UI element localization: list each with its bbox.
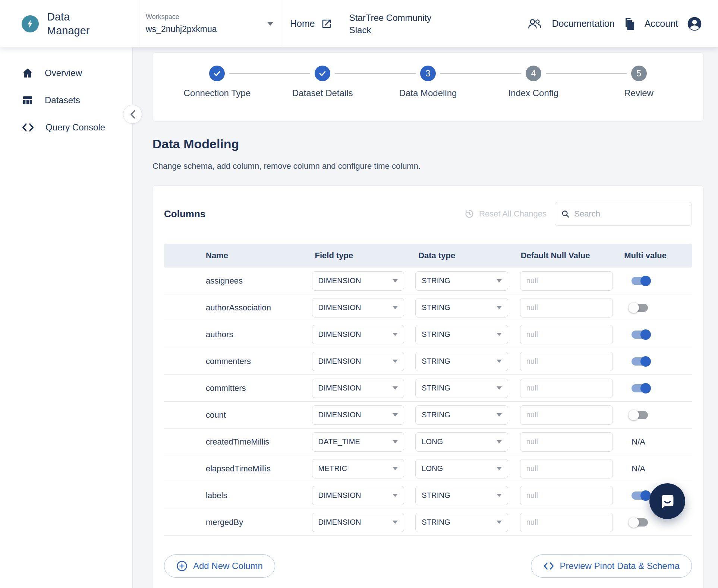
chevron-down-icon [497,494,502,497]
default-null-value-input[interactable] [520,325,613,344]
chevron-down-icon [267,22,273,26]
main-content: 1 Connection Type 2 Dataset Details 3 Da… [133,47,718,588]
chevron-down-icon [393,494,398,497]
data-type-select[interactable]: STRING [415,271,508,291]
account-link[interactable]: Account [645,18,678,29]
default-null-value-input[interactable] [520,298,613,317]
chevron-down-icon [497,413,502,417]
sidebar-collapse-button[interactable] [123,105,142,124]
multi-value-toggle[interactable] [628,328,652,341]
data-type-select[interactable]: LONG [415,432,508,452]
header-field-type: Field type [312,251,416,260]
field-type-select[interactable]: DIMENSION [312,325,404,344]
stepper-step-data-modeling[interactable]: 3 Data Modeling [375,53,481,121]
multi-value-toggle[interactable] [628,409,652,421]
sidebar-item-label: Query Console [45,122,105,133]
default-null-value-input[interactable] [520,352,613,371]
default-null-value-input[interactable] [520,271,613,291]
chat-widget-button[interactable] [649,483,685,519]
default-null-value-input[interactable] [520,513,613,532]
step-circle: 5 [631,66,647,81]
stepper-step-dataset-details[interactable]: 2 Dataset Details [270,53,375,121]
chevron-down-icon [393,360,398,363]
chevron-down-icon [497,521,502,524]
data-type-select[interactable]: STRING [415,325,508,344]
plus-circle-icon [176,560,188,572]
sidebar-item-overview[interactable]: Overview [0,59,132,86]
table-row: authors DIMENSION STRING [164,321,692,348]
people-icon [528,18,542,29]
multi-value-toggle[interactable] [628,489,652,502]
chevron-down-icon [497,386,502,390]
sidebar-item-label: Overview [45,68,82,78]
reset-all-changes-button[interactable]: Reset All Changes [464,209,547,219]
field-type-select[interactable]: DATE_TIME [312,432,404,452]
default-null-value-input[interactable] [520,432,613,452]
stepper-step-index-config[interactable]: 4 Index Config [481,53,586,121]
sidebar-item-datasets[interactable]: Datasets [0,86,132,114]
stepper-step-connection-type[interactable]: 1 Connection Type [164,53,270,121]
stepper-step-review[interactable]: 5 Review [586,53,692,121]
data-type-select[interactable]: STRING [415,405,508,425]
data-type-select[interactable]: STRING [415,352,508,371]
preview-pinot-data-schema-button[interactable]: Preview Pinot Data & Schema [531,554,692,578]
default-null-value-input[interactable] [520,459,613,478]
multi-value-toggle[interactable] [628,382,652,395]
column-name: commenters [164,357,312,366]
field-type-select[interactable]: DIMENSION [312,298,404,317]
step-circle: 4 [526,66,541,81]
field-type-select[interactable]: DIMENSION [312,513,404,532]
chat-bubble-icon [659,493,676,510]
datasets-icon [22,94,34,106]
header-default-null-value: Default Null Value [520,251,619,260]
field-type-select[interactable]: DIMENSION [312,352,404,371]
multi-value-toggle[interactable] [628,275,652,287]
default-null-value-input[interactable] [520,486,613,505]
home-icon [22,67,34,79]
step-circle: 1 [209,66,225,81]
data-type-select[interactable]: STRING [415,379,508,398]
add-new-column-button[interactable]: Add New Column [164,554,275,578]
field-type-select[interactable]: METRIC [312,459,404,478]
default-null-value-input[interactable] [520,405,613,425]
column-name: count [164,410,312,420]
default-null-value-input[interactable] [520,379,613,398]
table-row: commenters DIMENSION STRING [164,348,692,375]
chevron-down-icon [497,333,502,336]
chevron-down-icon [393,440,398,443]
header-name: Name [164,251,312,260]
multi-value-toggle[interactable] [628,301,652,314]
data-type-select[interactable]: LONG [415,459,508,478]
slack-community-link[interactable]: StarTree Community Slack [349,12,441,36]
multi-value-toggle[interactable] [628,355,652,368]
column-name: authors [164,330,312,339]
data-type-select[interactable]: STRING [415,513,508,532]
multi-value-na: N/A [619,437,645,447]
step-label: Connection Type [164,88,270,98]
field-type-select[interactable]: DIMENSION [312,405,404,425]
step-label: Review [586,88,692,98]
table-row: elapsedTimeMillis METRIC LONG N/A [164,455,692,482]
field-type-select[interactable]: DIMENSION [312,486,404,505]
home-link[interactable]: Home [290,18,332,29]
data-type-select[interactable]: STRING [415,486,508,505]
search-box [555,202,692,226]
table-row: createdTimeMillis DATE_TIME LONG N/A [164,429,692,455]
code-icon [543,561,554,571]
field-type-select[interactable]: DIMENSION [312,271,404,291]
divider [283,0,283,47]
search-input[interactable] [574,209,686,219]
lightning-icon [22,15,39,32]
column-name: assignees [164,276,312,286]
documentation-link[interactable]: Documentation [552,18,615,29]
workspace-selector[interactable]: Workspace ws_2nuhj2pxkmua [139,0,283,47]
app-logo[interactable]: Data Manager [22,10,139,38]
data-type-select[interactable]: STRING [415,298,508,317]
account-avatar-icon[interactable] [687,16,702,31]
search-icon [561,209,570,219]
field-type-select[interactable]: DIMENSION [312,379,404,398]
columns-panel-title: Columns [164,208,205,220]
multi-value-toggle[interactable] [628,516,652,529]
chevron-down-icon [393,413,398,417]
sidebar-item-query-console[interactable]: Query Console [0,114,132,141]
